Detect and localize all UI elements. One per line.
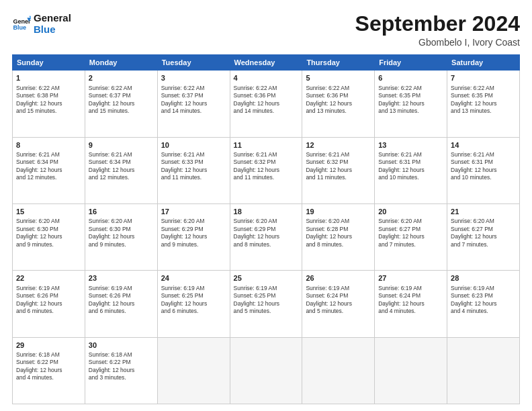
table-row: 9Sunrise: 6:21 AMSunset: 6:34 PMDaylight… xyxy=(85,137,157,203)
table-row: 11Sunrise: 6:21 AMSunset: 6:32 PMDayligh… xyxy=(230,137,302,203)
table-row: 25Sunrise: 6:19 AMSunset: 6:25 PMDayligh… xyxy=(230,271,302,337)
table-row xyxy=(447,337,520,404)
day-number: 1 xyxy=(16,73,81,83)
day-info: Sunrise: 6:21 AMSunset: 6:32 PMDaylight:… xyxy=(306,151,371,182)
day-info: Sunrise: 6:21 AMSunset: 6:33 PMDaylight:… xyxy=(161,151,226,182)
month-title: September 2024 xyxy=(355,12,520,36)
day-number: 17 xyxy=(161,207,226,217)
day-info: Sunrise: 6:20 AMSunset: 6:30 PMDaylight:… xyxy=(16,218,81,248)
day-info: Sunrise: 6:22 AMSunset: 6:38 PMDaylight:… xyxy=(16,85,81,116)
calendar-week-2: 8Sunrise: 6:21 AMSunset: 6:34 PMDaylight… xyxy=(13,137,520,203)
location-subtitle: Gbombelo I, Ivory Coast xyxy=(355,37,520,48)
table-row: 29Sunrise: 6:18 AMSunset: 6:22 PMDayligh… xyxy=(13,337,85,404)
day-info: Sunrise: 6:22 AMSunset: 6:35 PMDaylight:… xyxy=(451,85,516,116)
table-row xyxy=(157,337,230,404)
logo-text: General Blue xyxy=(34,12,71,36)
calendar-week-5: 29Sunrise: 6:18 AMSunset: 6:22 PMDayligh… xyxy=(13,337,520,404)
header: General Blue General Blue September 2024… xyxy=(12,12,520,48)
day-info: Sunrise: 6:20 AMSunset: 6:28 PMDaylight:… xyxy=(306,218,371,248)
day-number: 30 xyxy=(89,340,154,351)
col-sunday: Sunday xyxy=(13,55,85,71)
table-row: 5Sunrise: 6:22 AMSunset: 6:36 PMDaylight… xyxy=(302,71,375,137)
day-info: Sunrise: 6:22 AMSunset: 6:37 PMDaylight:… xyxy=(161,85,226,116)
day-number: 6 xyxy=(378,73,443,83)
table-row: 23Sunrise: 6:19 AMSunset: 6:26 PMDayligh… xyxy=(85,271,157,337)
day-number: 28 xyxy=(451,273,516,283)
day-number: 23 xyxy=(89,273,154,283)
day-info: Sunrise: 6:19 AMSunset: 6:26 PMDaylight:… xyxy=(16,285,81,316)
day-number: 12 xyxy=(306,140,371,150)
day-number: 22 xyxy=(16,273,81,283)
day-number: 11 xyxy=(234,140,299,150)
logo: General Blue General Blue xyxy=(12,12,71,36)
day-info: Sunrise: 6:20 AMSunset: 6:29 PMDaylight:… xyxy=(234,218,299,248)
col-tuesday: Tuesday xyxy=(157,55,230,71)
day-number: 15 xyxy=(16,207,81,217)
table-row: 4Sunrise: 6:22 AMSunset: 6:36 PMDaylight… xyxy=(230,71,302,137)
table-row: 21Sunrise: 6:20 AMSunset: 6:27 PMDayligh… xyxy=(447,203,520,270)
table-row: 14Sunrise: 6:21 AMSunset: 6:31 PMDayligh… xyxy=(447,137,520,203)
table-row: 8Sunrise: 6:21 AMSunset: 6:34 PMDaylight… xyxy=(13,137,85,203)
day-number: 4 xyxy=(234,73,299,83)
table-row: 10Sunrise: 6:21 AMSunset: 6:33 PMDayligh… xyxy=(157,137,230,203)
day-info: Sunrise: 6:22 AMSunset: 6:36 PMDaylight:… xyxy=(306,85,371,116)
day-number: 14 xyxy=(451,140,516,150)
day-number: 25 xyxy=(234,273,299,283)
day-info: Sunrise: 6:19 AMSunset: 6:25 PMDaylight:… xyxy=(234,285,299,316)
col-friday: Friday xyxy=(375,55,447,71)
calendar-table: Sunday Monday Tuesday Wednesday Thursday… xyxy=(12,54,520,404)
logo-icon: General Blue xyxy=(12,14,31,33)
day-info: Sunrise: 6:22 AMSunset: 6:37 PMDaylight:… xyxy=(89,85,154,116)
table-row xyxy=(302,337,375,404)
day-info: Sunrise: 6:22 AMSunset: 6:35 PMDaylight:… xyxy=(378,85,443,116)
day-info: Sunrise: 6:20 AMSunset: 6:30 PMDaylight:… xyxy=(89,218,154,248)
table-row: 26Sunrise: 6:19 AMSunset: 6:24 PMDayligh… xyxy=(302,271,375,337)
table-row: 22Sunrise: 6:19 AMSunset: 6:26 PMDayligh… xyxy=(13,271,85,337)
day-info: Sunrise: 6:19 AMSunset: 6:24 PMDaylight:… xyxy=(378,285,443,316)
table-row: 13Sunrise: 6:21 AMSunset: 6:31 PMDayligh… xyxy=(375,137,447,203)
day-number: 27 xyxy=(378,273,443,283)
table-row: 12Sunrise: 6:21 AMSunset: 6:32 PMDayligh… xyxy=(302,137,375,203)
svg-text:Blue: Blue xyxy=(13,24,26,31)
col-saturday: Saturday xyxy=(447,55,520,71)
table-row: 6Sunrise: 6:22 AMSunset: 6:35 PMDaylight… xyxy=(375,71,447,137)
day-number: 8 xyxy=(16,140,81,150)
day-number: 18 xyxy=(234,207,299,217)
calendar-week-3: 15Sunrise: 6:20 AMSunset: 6:30 PMDayligh… xyxy=(13,203,520,270)
table-row: 3Sunrise: 6:22 AMSunset: 6:37 PMDaylight… xyxy=(157,71,230,137)
table-row: 28Sunrise: 6:19 AMSunset: 6:23 PMDayligh… xyxy=(447,271,520,337)
day-info: Sunrise: 6:21 AMSunset: 6:31 PMDaylight:… xyxy=(451,151,516,182)
day-number: 10 xyxy=(161,140,226,150)
day-number: 16 xyxy=(89,207,154,217)
title-block: September 2024 Gbombelo I, Ivory Coast xyxy=(355,12,520,48)
day-info: Sunrise: 6:18 AMSunset: 6:22 PMDaylight:… xyxy=(16,351,81,382)
day-number: 7 xyxy=(451,73,516,83)
day-info: Sunrise: 6:18 AMSunset: 6:22 PMDaylight:… xyxy=(89,351,154,382)
day-number: 20 xyxy=(378,207,443,217)
calendar-week-4: 22Sunrise: 6:19 AMSunset: 6:26 PMDayligh… xyxy=(13,271,520,337)
day-number: 19 xyxy=(306,207,371,217)
table-row: 2Sunrise: 6:22 AMSunset: 6:37 PMDaylight… xyxy=(85,71,157,137)
day-info: Sunrise: 6:22 AMSunset: 6:36 PMDaylight:… xyxy=(234,85,299,116)
day-number: 5 xyxy=(306,73,371,83)
table-row: 24Sunrise: 6:19 AMSunset: 6:25 PMDayligh… xyxy=(157,271,230,337)
col-monday: Monday xyxy=(85,55,157,71)
day-number: 3 xyxy=(161,73,226,83)
calendar-week-1: 1Sunrise: 6:22 AMSunset: 6:38 PMDaylight… xyxy=(13,71,520,137)
table-row: 30Sunrise: 6:18 AMSunset: 6:22 PMDayligh… xyxy=(85,337,157,404)
day-info: Sunrise: 6:19 AMSunset: 6:24 PMDaylight:… xyxy=(306,285,371,316)
day-number: 26 xyxy=(306,273,371,283)
table-row: 27Sunrise: 6:19 AMSunset: 6:24 PMDayligh… xyxy=(375,271,447,337)
day-info: Sunrise: 6:21 AMSunset: 6:34 PMDaylight:… xyxy=(89,151,154,182)
day-number: 29 xyxy=(16,340,81,351)
col-wednesday: Wednesday xyxy=(230,55,302,71)
day-number: 13 xyxy=(378,140,443,150)
calendar-header-row: Sunday Monday Tuesday Wednesday Thursday… xyxy=(13,55,520,71)
table-row: 16Sunrise: 6:20 AMSunset: 6:30 PMDayligh… xyxy=(85,203,157,270)
table-row xyxy=(230,337,302,404)
col-thursday: Thursday xyxy=(302,55,375,71)
day-number: 9 xyxy=(89,140,154,150)
table-row: 7Sunrise: 6:22 AMSunset: 6:35 PMDaylight… xyxy=(447,71,520,137)
day-number: 24 xyxy=(161,273,226,283)
day-info: Sunrise: 6:20 AMSunset: 6:27 PMDaylight:… xyxy=(451,218,516,248)
